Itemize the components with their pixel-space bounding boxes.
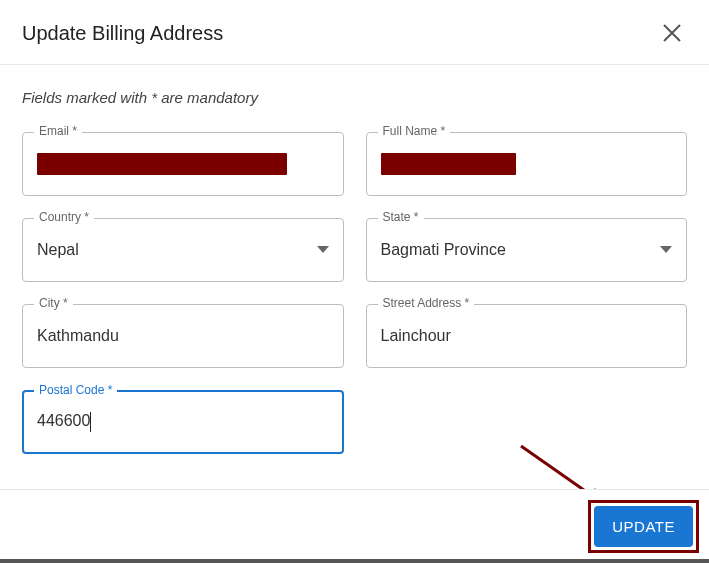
dialog-footer: UPDATE <box>0 489 709 563</box>
update-button[interactable]: UPDATE <box>594 506 693 547</box>
state-select[interactable]: State * Bagmati Province <box>366 218 688 282</box>
country-label: Country * <box>34 210 94 224</box>
update-highlight: UPDATE <box>588 500 699 553</box>
dialog-title: Update Billing Address <box>22 22 223 45</box>
fullname-label: Full Name * <box>378 124 451 138</box>
street-field[interactable]: Street Address * <box>366 304 688 368</box>
postal-label: Postal Code * <box>34 383 117 397</box>
bottom-edge <box>0 559 709 563</box>
state-value: Bagmati Province <box>381 241 673 259</box>
mandatory-hint: Fields marked with * are mandatory <box>22 89 687 106</box>
dialog-content: Fields marked with * are mandatory Email… <box>0 65 709 454</box>
chevron-down-icon <box>660 246 672 254</box>
email-redacted-value <box>37 153 287 175</box>
chevron-down-icon <box>317 246 329 254</box>
city-field[interactable]: City * <box>22 304 344 368</box>
close-button[interactable] <box>659 20 685 46</box>
postal-field[interactable]: Postal Code * 446600 <box>22 390 344 454</box>
street-input[interactable] <box>381 327 673 345</box>
country-select[interactable]: Country * Nepal <box>22 218 344 282</box>
email-field[interactable]: Email * <box>22 132 344 196</box>
text-cursor <box>90 412 91 432</box>
fullname-redacted-value <box>381 153 516 175</box>
state-label: State * <box>378 210 424 224</box>
fullname-field[interactable]: Full Name * <box>366 132 688 196</box>
postal-value: 446600 <box>37 412 90 429</box>
form-grid: Email * Full Name * Country * Nepal Stat… <box>22 132 687 454</box>
close-icon <box>663 24 681 42</box>
postal-input[interactable]: 446600 <box>37 412 329 432</box>
email-label: Email * <box>34 124 82 138</box>
street-label: Street Address * <box>378 296 475 310</box>
country-value: Nepal <box>37 241 329 259</box>
city-input[interactable] <box>37 327 329 345</box>
city-label: City * <box>34 296 73 310</box>
dialog-header: Update Billing Address <box>0 0 709 65</box>
